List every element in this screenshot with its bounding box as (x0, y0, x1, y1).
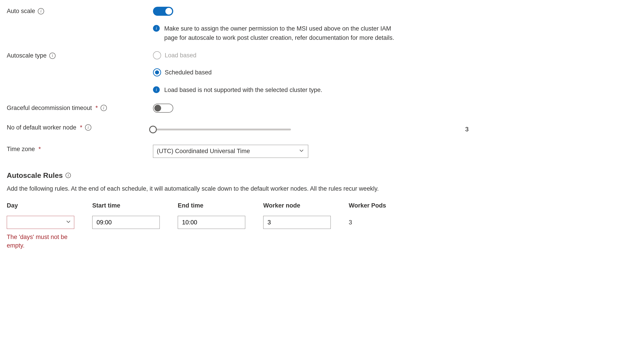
day-select[interactable] (7, 216, 74, 229)
col-pods-header: Worker Pods (349, 202, 394, 209)
info-badge-icon: i (153, 25, 160, 32)
default-workers-label: No of default worker node (7, 124, 76, 131)
radio-scheduled-based[interactable]: Scheduled based (153, 68, 636, 76)
default-workers-slider[interactable] (153, 128, 291, 130)
msi-info-text: Make sure to assign the owner permission… (164, 24, 400, 42)
autoscale-type-label: Autoscale type (7, 52, 47, 59)
col-node-header: Worker node (263, 202, 340, 209)
graceful-label: Graceful decommission timeout (7, 104, 92, 112)
slider-thumb[interactable] (149, 126, 157, 133)
info-icon[interactable]: i (38, 8, 44, 14)
worker-node-value[interactable] (267, 219, 327, 226)
default-workers-input[interactable] (298, 123, 636, 136)
graceful-toggle[interactable] (153, 104, 173, 113)
info-icon[interactable]: i (101, 105, 107, 111)
info-badge-icon: i (153, 86, 160, 93)
chevron-down-icon (299, 148, 304, 155)
start-time-input[interactable] (92, 216, 160, 229)
radio-load-based: Load based (153, 51, 636, 59)
info-icon[interactable]: i (49, 52, 56, 59)
chevron-down-icon (66, 219, 71, 226)
col-start-header: Start time (92, 202, 169, 209)
timezone-value: (UTC) Coordinated Universal Time (157, 148, 250, 155)
radio-scheduled-label: Scheduled based (165, 69, 212, 76)
load-unsupported-message: i Load based is not supported with the s… (153, 86, 400, 95)
required-indicator: * (80, 124, 82, 131)
start-time-value[interactable] (96, 219, 156, 226)
auto-scale-toggle[interactable] (153, 7, 173, 16)
timezone-label: Time zone (7, 146, 35, 153)
col-end-header: End time (178, 202, 254, 209)
worker-pods-value: 3 (349, 216, 394, 229)
rules-heading: Autoscale Rules (7, 171, 63, 180)
auto-scale-label: Auto scale (7, 8, 35, 14)
radio-load-label: Load based (165, 52, 196, 59)
end-time-input[interactable] (178, 216, 245, 229)
rules-description: Add the following rules. At the end of e… (7, 184, 403, 193)
worker-node-input[interactable] (263, 216, 331, 229)
radio-icon (153, 68, 161, 76)
load-unsupported-text: Load based is not supported with the sel… (164, 86, 322, 95)
msi-info-message: i Make sure to assign the owner permissi… (153, 24, 400, 42)
required-indicator: * (39, 146, 41, 153)
timezone-select[interactable]: (UTC) Coordinated Universal Time (153, 145, 308, 158)
info-icon[interactable]: i (66, 173, 71, 178)
radio-icon (153, 51, 161, 59)
required-indicator: * (95, 104, 98, 112)
col-day-header: Day (7, 202, 83, 209)
day-error-message: The 'days' must not be empty. (7, 233, 74, 250)
end-time-value[interactable] (182, 219, 241, 226)
info-icon[interactable]: i (85, 124, 91, 131)
rule-row: The 'days' must not be empty. 3 (7, 216, 636, 250)
